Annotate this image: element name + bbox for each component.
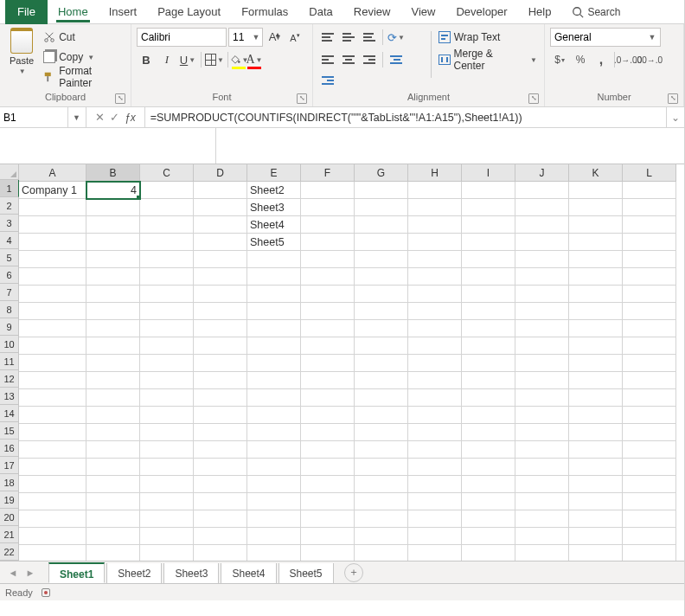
cell-E18[interactable] [247, 476, 301, 493]
cell-I10[interactable] [462, 337, 515, 355]
cell-A3[interactable] [19, 216, 86, 234]
chevron-down-icon[interactable]: ▼ [67, 107, 85, 127]
cell-C17[interactable] [140, 459, 194, 476]
cell-H5[interactable] [408, 251, 462, 268]
cell-L18[interactable] [623, 476, 676, 493]
row-header-16[interactable]: 16 [0, 440, 19, 457]
cell-J15[interactable] [515, 424, 569, 441]
cell-E3[interactable]: Sheet4 [247, 216, 301, 234]
cell-J3[interactable] [515, 216, 569, 234]
cell-A15[interactable] [19, 424, 86, 441]
dialog-launcher-icon[interactable]: ⤡ [668, 93, 678, 104]
cell-E8[interactable] [247, 303, 301, 320]
cell-H12[interactable] [408, 372, 462, 389]
cell-H2[interactable] [408, 199, 462, 216]
cell-J4[interactable] [515, 234, 569, 251]
cell-K17[interactable] [569, 459, 623, 476]
cell-K9[interactable] [569, 320, 623, 337]
cell-L16[interactable] [623, 441, 676, 459]
cell-E7[interactable] [247, 286, 301, 303]
expand-formula-bar[interactable]: ⌄ [667, 107, 684, 127]
formula-bar[interactable]: =SUMPRODUCT(COUNTIFS(INDIRECT("'"&TabLis… [145, 107, 667, 127]
cell-B7[interactable] [86, 286, 140, 303]
cell-I4[interactable] [462, 234, 515, 251]
tell-me-search[interactable]: Search [561, 6, 631, 18]
fx-icon[interactable]: ƒx [125, 112, 136, 124]
cell-G8[interactable] [355, 303, 408, 320]
underline-button[interactable]: U▼ [178, 50, 197, 69]
cell-D10[interactable] [194, 337, 247, 355]
cell-K18[interactable] [569, 476, 623, 493]
cell-G14[interactable] [355, 407, 408, 424]
cell-D21[interactable] [194, 528, 247, 545]
increase-indent-button[interactable] [318, 71, 337, 90]
cell-I5[interactable] [462, 251, 515, 268]
cell-A9[interactable] [19, 320, 86, 337]
cell-G6[interactable] [355, 268, 408, 286]
cell-I8[interactable] [462, 303, 515, 320]
cell-K4[interactable] [569, 234, 623, 251]
cell-C18[interactable] [140, 476, 194, 493]
cell-J8[interactable] [515, 303, 569, 320]
cell-F22[interactable] [301, 545, 355, 561]
cell-B15[interactable] [86, 424, 140, 441]
cell-K15[interactable] [569, 424, 623, 441]
cell-A20[interactable] [19, 510, 86, 528]
cell-C20[interactable] [140, 510, 194, 528]
cell-C22[interactable] [140, 545, 194, 561]
cell-J12[interactable] [515, 372, 569, 389]
cell-B10[interactable] [86, 337, 140, 355]
cell-I22[interactable] [462, 545, 515, 561]
cell-G4[interactable] [355, 234, 408, 251]
cell-B6[interactable] [86, 268, 140, 286]
row-header-5[interactable]: 5 [0, 249, 19, 266]
cell-L11[interactable] [623, 355, 676, 372]
cell-A2[interactable] [19, 199, 86, 216]
name-box-input[interactable] [0, 112, 67, 124]
cell-L6[interactable] [623, 268, 676, 286]
align-center-button[interactable] [339, 50, 358, 69]
name-box[interactable]: ▼ [0, 107, 86, 127]
cell-E12[interactable] [247, 372, 301, 389]
cell-C16[interactable] [140, 441, 194, 459]
cell-E2[interactable]: Sheet3 [247, 199, 301, 216]
cell-I13[interactable] [462, 389, 515, 407]
cell-G10[interactable] [355, 337, 408, 355]
cell-J1[interactable] [515, 182, 569, 199]
cell-F21[interactable] [301, 528, 355, 545]
cancel-icon[interactable]: ✕ [95, 111, 105, 124]
cell-K11[interactable] [569, 355, 623, 372]
column-header-H[interactable]: H [408, 164, 462, 182]
cell-G21[interactable] [355, 528, 408, 545]
cell-L8[interactable] [623, 303, 676, 320]
italic-button[interactable]: I [157, 50, 176, 69]
cell-B8[interactable] [86, 303, 140, 320]
row-header-10[interactable]: 10 [0, 336, 19, 353]
tab-developer[interactable]: Developer [445, 0, 517, 24]
cell-C3[interactable] [140, 216, 194, 234]
cell-H10[interactable] [408, 337, 462, 355]
cell-E9[interactable] [247, 320, 301, 337]
font-size-input[interactable] [229, 31, 250, 43]
cell-A6[interactable] [19, 268, 86, 286]
cell-F13[interactable] [301, 389, 355, 407]
cell-G13[interactable] [355, 389, 408, 407]
cell-J21[interactable] [515, 528, 569, 545]
cell-C9[interactable] [140, 320, 194, 337]
cell-A7[interactable] [19, 286, 86, 303]
cell-D14[interactable] [194, 407, 247, 424]
row-header-17[interactable]: 17 [0, 457, 19, 474]
cell-J2[interactable] [515, 199, 569, 216]
cell-F20[interactable] [301, 510, 355, 528]
cell-F19[interactable] [301, 493, 355, 510]
cell-I9[interactable] [462, 320, 515, 337]
cell-F5[interactable] [301, 251, 355, 268]
cell-D15[interactable] [194, 424, 247, 441]
tab-home[interactable]: Home [48, 0, 99, 24]
tab-review[interactable]: Review [343, 0, 401, 24]
cell-C1[interactable] [140, 182, 194, 199]
cell-D5[interactable] [194, 251, 247, 268]
cell-F7[interactable] [301, 286, 355, 303]
cell-J11[interactable] [515, 355, 569, 372]
format-painter-button[interactable]: Format Painter [42, 67, 125, 87]
